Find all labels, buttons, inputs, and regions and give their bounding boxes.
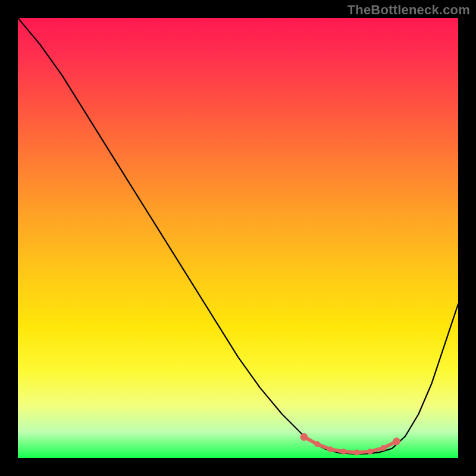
plot-area (18, 18, 458, 458)
optimal-dot (328, 447, 333, 452)
attribution-text: TheBottleneck.com (347, 2, 470, 18)
optimal-dot (341, 449, 346, 454)
chart-frame: TheBottleneck.com (0, 0, 476, 476)
chart-overlay (18, 18, 458, 458)
optimal-dot (300, 434, 308, 441)
optimal-dot (381, 446, 386, 451)
optimal-dot (354, 450, 359, 455)
optimal-dot (315, 441, 320, 447)
optimal-dot (393, 438, 400, 445)
optimal-dot (368, 449, 373, 454)
bottleneck-curve (18, 18, 458, 454)
